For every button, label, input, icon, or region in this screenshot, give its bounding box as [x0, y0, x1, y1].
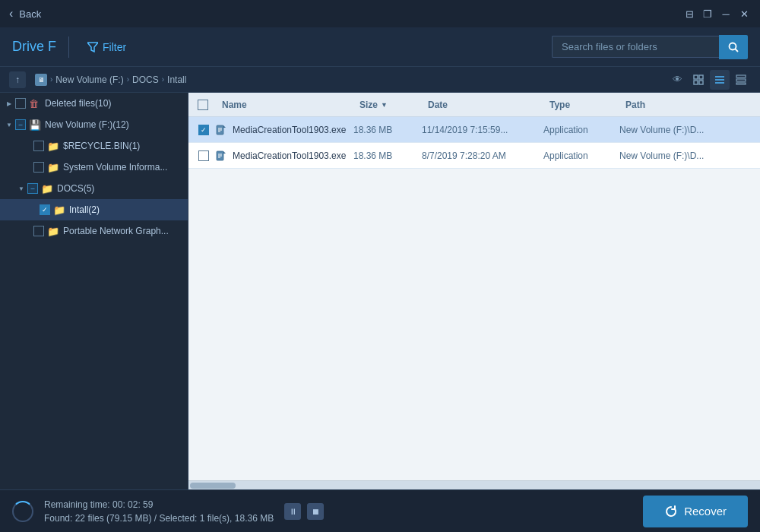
- tree-toggle-intall: [27, 204, 40, 216]
- row1-path: New Volume (F:)\D...: [619, 125, 757, 135]
- scrollbar-thumb[interactable]: [190, 483, 236, 489]
- back-arrow-icon[interactable]: ‹: [9, 7, 13, 21]
- preview-view-button[interactable]: 👁: [667, 70, 687, 90]
- sidebar-label-sysvolinfo: System Volume Informa...: [63, 162, 167, 173]
- title-bar-left: ‹ Back: [9, 7, 41, 21]
- header-name[interactable]: Name: [216, 93, 353, 116]
- tree-checkbox-recycle[interactable]: [33, 141, 44, 151]
- header-path[interactable]: Path: [619, 93, 757, 116]
- breadcrumb: ↑ 🖥 › New Volume (F:) › DOCS › Intall: [9, 71, 186, 88]
- row2-checkbox[interactable]: [198, 150, 209, 161]
- header-check[interactable]: [192, 93, 216, 116]
- breadcrumb-item-intall[interactable]: Intall: [167, 74, 186, 85]
- search-container: [552, 35, 748, 59]
- pause-button[interactable]: ⏸: [284, 503, 301, 520]
- header-type-label: Type: [549, 100, 570, 110]
- svg-marker-0: [87, 43, 98, 52]
- header-type[interactable]: Type: [543, 93, 619, 116]
- row2-check-cell[interactable]: [192, 150, 216, 161]
- folder-icon-sysvolinfo: 📁: [47, 162, 59, 173]
- row2-date: 8/7/2019 7:28:20 AM: [422, 150, 543, 161]
- svg-line-2: [736, 49, 739, 52]
- filter-button[interactable]: Filter: [81, 38, 132, 56]
- grid-icon: [693, 74, 704, 85]
- sidebar-label-recycle: $RECYCLE.BIN(1): [63, 141, 140, 151]
- exe-icon-row2: [216, 150, 226, 161]
- restore-button[interactable]: ❐: [701, 7, 714, 21]
- tree-toggle-newvolume[interactable]: ▼: [3, 119, 15, 131]
- row1-check-cell[interactable]: ✓: [192, 125, 216, 135]
- grid-view-button[interactable]: [689, 70, 708, 90]
- drive-icon: 💾: [29, 119, 41, 130]
- svg-marker-14: [223, 125, 226, 128]
- breadcrumb-sep-3: ›: [162, 75, 164, 84]
- close-button[interactable]: ✕: [737, 7, 751, 21]
- header-path-label: Path: [625, 100, 645, 110]
- main-content: ▶ 🗑 Deleted files(10) ▼ – 💾 New Volume (…: [0, 93, 760, 489]
- folder-icon-intall: 📁: [53, 204, 65, 215]
- header-checkbox[interactable]: [198, 100, 208, 110]
- header-size[interactable]: Size ▼: [353, 93, 422, 116]
- search-input[interactable]: [552, 36, 719, 58]
- deleted-icon: 🗑: [29, 98, 41, 109]
- details-icon: [736, 74, 746, 85]
- folder-icon-recycle: 📁: [47, 141, 59, 151]
- minimize-button[interactable]: ⊟: [682, 7, 696, 21]
- back-label[interactable]: Back: [19, 8, 41, 20]
- svg-rect-10: [736, 75, 746, 78]
- recover-button[interactable]: Recover: [643, 496, 748, 527]
- view-controls: 👁: [667, 70, 751, 90]
- list-view-button[interactable]: [710, 70, 730, 90]
- list-icon: [714, 74, 725, 85]
- file-list-header: Name Size ▼ Date Type Path: [188, 93, 760, 117]
- file-list: ✓ MediaCreationTool1903.exe 18.3: [188, 117, 760, 480]
- maximize-button[interactable]: ─: [719, 7, 733, 21]
- tree-checkbox-docs[interactable]: –: [27, 183, 38, 194]
- search-icon: [728, 42, 739, 52]
- horizontal-scrollbar[interactable]: [188, 480, 760, 489]
- tree-toggle-deleted[interactable]: ▶: [3, 97, 15, 109]
- row1-name-cell: MediaCreationTool1903.exe: [216, 125, 353, 135]
- sidebar-item-newvolume[interactable]: ▼ – 💾 New Volume (F:)(12): [0, 114, 188, 135]
- row1-date: 11/14/2019 7:15:59...: [422, 125, 543, 135]
- sidebar-label-intall: Intall(2): [69, 204, 100, 215]
- tree-checkbox-newvolume[interactable]: –: [15, 119, 26, 130]
- sidebar-item-portable[interactable]: 📁 Portable Network Graph...: [0, 220, 188, 242]
- row1-checkbox[interactable]: ✓: [198, 125, 209, 135]
- sidebar-item-intall[interactable]: ✓ 📁 Intall(2): [0, 199, 188, 220]
- sidebar-item-recycle[interactable]: 📁 $RECYCLE.BIN(1): [0, 135, 188, 157]
- table-row[interactable]: ✓ MediaCreationTool1903.exe 18.3: [188, 117, 760, 143]
- svg-rect-3: [694, 75, 698, 79]
- header-date[interactable]: Date: [422, 93, 543, 116]
- table-row[interactable]: MediaCreationTool1903.exe 18.36 MB 8/7/2…: [188, 143, 760, 169]
- search-button[interactable]: [719, 35, 748, 59]
- progress-spinner: [12, 501, 33, 522]
- status-left: Remaining time: 00: 02: 59 Found: 22 fil…: [12, 499, 324, 524]
- row1-type: Application: [543, 125, 619, 135]
- tree-checkbox-sysvolinfo[interactable]: [33, 162, 44, 173]
- tree-toggle-docs[interactable]: ▼: [15, 182, 27, 195]
- file-icon-row2: [216, 150, 228, 161]
- tree-toggle-sysvolinfo: [21, 161, 33, 173]
- tree-toggle-portable: [21, 225, 33, 237]
- tree-checkbox-portable[interactable]: [33, 226, 44, 236]
- sidebar-item-deleted[interactable]: ▶ 🗑 Deleted files(10): [0, 93, 188, 114]
- status-found: Found: 22 files (79.15 MB) / Selected: 1…: [44, 513, 274, 524]
- sidebar-item-docs[interactable]: ▼ – 📁 DOCS(5): [0, 178, 188, 199]
- folder-icon-portable: 📁: [47, 226, 59, 236]
- stop-button[interactable]: ⏹: [307, 503, 324, 520]
- breadcrumb-item-drive[interactable]: New Volume (F:): [55, 74, 123, 85]
- breadcrumb-item-docs[interactable]: DOCS: [132, 74, 159, 85]
- details-view-button[interactable]: [731, 70, 751, 90]
- sidebar-item-sysvolinfo[interactable]: 📁 System Volume Informa...: [0, 157, 188, 178]
- row2-type: Application: [543, 150, 619, 161]
- sidebar-label-deleted: Deleted files(10): [45, 98, 111, 109]
- tree-checkbox-deleted[interactable]: [15, 98, 26, 109]
- tree-checkbox-intall[interactable]: ✓: [40, 204, 50, 215]
- header-name-label: Name: [222, 100, 247, 110]
- tree-toggle-recycle: [21, 140, 33, 152]
- breadcrumb-up-button[interactable]: ↑: [9, 71, 26, 88]
- breadcrumb-bar: ↑ 🖥 › New Volume (F:) › DOCS › Intall 👁: [0, 67, 760, 93]
- filter-label: Filter: [103, 41, 126, 53]
- sidebar-label-portable: Portable Network Graph...: [63, 226, 169, 236]
